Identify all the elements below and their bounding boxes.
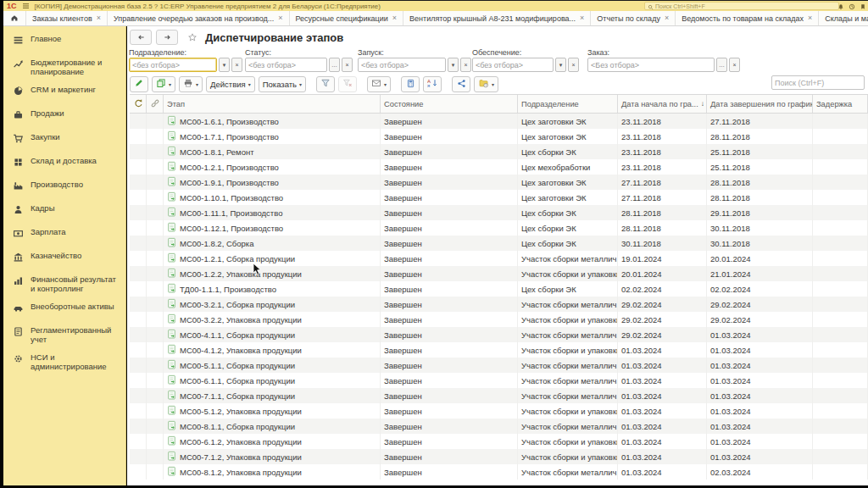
clear-value-icon[interactable]: × xyxy=(342,58,353,72)
sidebar-item-8[interactable]: Зарплата xyxy=(3,223,125,247)
table-row[interactable]: МС00-6.1.2, Упаковка продукцииЗавершенУч… xyxy=(130,434,868,449)
copy-button[interactable]: ▾ xyxy=(152,76,175,92)
table-row[interactable]: МС00-1.6.1, ПроизводствоЗавершенЦех заго… xyxy=(130,114,868,129)
tab-close-icon[interactable]: × xyxy=(392,14,397,22)
clear-value-icon[interactable]: × xyxy=(568,58,579,72)
tab-close-icon[interactable]: × xyxy=(97,14,101,22)
table-row[interactable]: МС00-3.2.1, Сборка продукцииЗавершенУчас… xyxy=(130,297,868,312)
filter-value-input[interactable] xyxy=(476,61,550,69)
sidebar-item-5[interactable]: Склад и доставка xyxy=(3,152,125,175)
table-row[interactable]: МС00-1.2.2, Упаковка продукцииЗавершенУч… xyxy=(130,266,868,281)
restructure-header-button[interactable] xyxy=(130,95,147,113)
sidebar-item-13[interactable]: НСИ и администрирование xyxy=(3,348,125,375)
bookmark-icon[interactable] xyxy=(860,1,866,11)
table-row[interactable]: МС00-1.8.2, СборкаЗавершенЦех сборки ЭК3… xyxy=(130,236,868,251)
table-row[interactable]: МС00-3.2.2, Упаковка продукцииЗавершенУч… xyxy=(130,312,868,327)
sidebar-item-11[interactable]: Внеоборотные активы xyxy=(3,297,125,321)
sidebar-item-9[interactable]: Казначейство xyxy=(3,247,125,270)
column-header-department[interactable]: Подразделение xyxy=(518,95,618,113)
sidebar-item-1[interactable]: Бюджетирование и планирование xyxy=(3,53,125,80)
clear-value-icon[interactable]: × xyxy=(729,58,740,72)
table-row[interactable]: ТД00-1.1.1, ПроизводствоЗавершенЦех сбор… xyxy=(130,281,868,297)
column-header-stage[interactable]: Этап xyxy=(164,95,381,113)
sidebar-item-2[interactable]: CRM и маркетинг xyxy=(3,80,125,104)
tab-close-icon[interactable]: × xyxy=(665,14,669,22)
link-header-button[interactable] xyxy=(147,95,164,113)
column-header-delay[interactable]: Задержка xyxy=(813,95,868,113)
table-row[interactable]: МС00-1.10.1, ПроизводствоЗавершенЦех заг… xyxy=(130,190,868,205)
send-button[interactable]: ▾ xyxy=(367,76,391,92)
table-row[interactable]: МС00-1.2.1, ПроизводствоЗавершенЦех мехо… xyxy=(130,159,868,175)
tab-close-icon[interactable]: × xyxy=(808,14,812,22)
table-row[interactable]: МС00-1.2.1, Сборка продукцииЗавершенУчас… xyxy=(130,251,868,266)
column-header-end-date[interactable]: Дата завершения по графику xyxy=(707,95,813,113)
favorite-star-icon[interactable] xyxy=(187,32,198,42)
sidebar-item-3[interactable]: Продажи xyxy=(3,104,125,128)
table-row[interactable]: МС00-4.1.1, Сборка продукцииЗавершенУчас… xyxy=(130,327,868,342)
tab-5[interactable]: Ведомость по товарам на складах× xyxy=(676,11,819,25)
filter-input[interactable] xyxy=(245,58,327,72)
sidebar-item-12[interactable]: Регламентированный учет xyxy=(3,321,125,348)
sidebar-item-10[interactable]: Финансовый результат и контроллинг xyxy=(3,270,125,297)
table-row[interactable]: МС00-7.1.2, Упаковка продукцииЗавершенУч… xyxy=(130,449,868,464)
clear-value-icon[interactable]: × xyxy=(460,58,471,72)
list-search-input[interactable] xyxy=(775,79,861,87)
table-row[interactable]: МС00-1.11.1, ПроизводствоЗавершенЦех сбо… xyxy=(130,205,868,220)
dropdown-arrow-icon[interactable]: ▾ xyxy=(448,58,459,72)
table-row[interactable]: МС00-1.8.1, РемонтЗавершенЦех сборки ЭК2… xyxy=(130,144,868,159)
filter-input[interactable] xyxy=(587,58,715,72)
sidebar-item-7[interactable]: Кадры xyxy=(3,199,125,223)
global-search[interactable] xyxy=(644,2,839,10)
table-row[interactable]: МС00-4.1.2, Упаковка продукцииЗавершенУч… xyxy=(130,342,868,358)
tab-1[interactable]: Управление очередью заказов на производ.… xyxy=(108,11,290,25)
sidebar-item-6[interactable]: Производство xyxy=(3,175,125,199)
back-button[interactable] xyxy=(130,30,152,45)
calculator-button[interactable] xyxy=(401,76,420,92)
table-row[interactable]: МС00-1.9.1, ПроизводствоЗавершенЦех заго… xyxy=(130,175,868,190)
edit-button[interactable] xyxy=(130,76,148,92)
tab-6[interactable]: Склады и магазины× xyxy=(819,11,868,25)
filter-input[interactable] xyxy=(358,58,446,72)
list-search[interactable] xyxy=(771,75,865,90)
filter-input[interactable] xyxy=(129,58,217,72)
main-menu-hamburger-icon[interactable] xyxy=(22,3,30,9)
tab-close-icon[interactable]: × xyxy=(580,14,584,22)
tab-2[interactable]: Ресурсные спецификации× xyxy=(290,11,404,25)
filter-button[interactable] xyxy=(316,76,335,92)
clear-value-icon[interactable]: × xyxy=(231,58,242,72)
filter-input[interactable] xyxy=(472,58,554,72)
tab-0[interactable]: Заказы клиентов× xyxy=(26,11,108,25)
share-button[interactable] xyxy=(452,76,470,92)
table-row[interactable]: МС00-1.12.1, ПроизводствоЗавершенЦех сбо… xyxy=(130,220,868,236)
clear-filter-button[interactable] xyxy=(338,76,357,92)
forward-button[interactable] xyxy=(156,30,178,45)
bell-icon[interactable] xyxy=(837,1,844,11)
print-button[interactable]: ▾ xyxy=(179,76,203,92)
table-row[interactable]: МС00-6.1.1, Сборка продукцииЗавершенУчас… xyxy=(130,373,868,388)
sort-button[interactable]: Ая xyxy=(423,76,442,92)
table-row[interactable]: МС00-7.1.1, Сборка продукцииЗавершенУчас… xyxy=(130,388,868,403)
choose-ellipsis-icon[interactable]: … xyxy=(716,58,727,72)
tab-3[interactable]: Вентилятор крышный А8-231 модифицирова..… xyxy=(403,11,591,25)
global-search-input[interactable] xyxy=(655,3,836,9)
show-button[interactable]: Показать▾ xyxy=(259,76,306,92)
attachments-button[interactable]: ▾ xyxy=(474,76,498,92)
table-row[interactable]: МС00-8.1.2, Упаковка продукцииЗавершенУч… xyxy=(130,464,868,480)
tab-close-icon[interactable]: × xyxy=(278,14,282,22)
filter-value-input[interactable] xyxy=(248,61,324,69)
sidebar-item-4[interactable]: Закупки xyxy=(3,128,125,152)
filter-value-input[interactable] xyxy=(361,61,442,69)
sidebar-item-0[interactable]: Главное xyxy=(3,30,125,53)
column-header-start-date[interactable]: Дата начала по гра...↓ xyxy=(618,95,707,113)
filter-value-input[interactable] xyxy=(132,61,214,69)
dropdown-arrow-icon[interactable]: ▾ xyxy=(555,58,566,72)
table-row[interactable]: МС00-5.1.2, Упаковка продукцииЗавершенУч… xyxy=(130,403,868,419)
history-clock-icon[interactable] xyxy=(849,1,855,11)
table-row[interactable]: МС00-8.1.1, Сборка продукцииЗавершенУчас… xyxy=(130,419,868,434)
choose-ellipsis-icon[interactable]: … xyxy=(329,58,340,72)
tab-home[interactable] xyxy=(3,11,26,25)
table-row[interactable]: МС00-1.7.1, ПроизводствоЗавершенЦех заго… xyxy=(130,129,868,144)
actions-button[interactable]: Действия▾ xyxy=(206,76,255,92)
filter-value-input[interactable] xyxy=(591,61,711,69)
tab-4[interactable]: Отчеты по складу× xyxy=(591,11,676,25)
